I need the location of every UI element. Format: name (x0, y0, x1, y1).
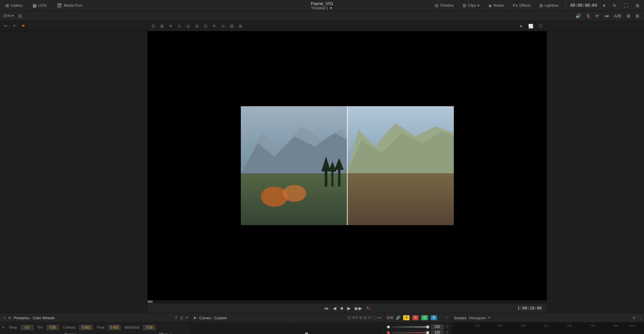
timeline-title[interactable]: Timeline 1 ▼ (311, 6, 333, 10)
gallery-nav[interactable]: ⊞ Gallery (3, 2, 24, 9)
eyedropper-icon[interactable]: ⊕ (8, 316, 11, 320)
r-reset[interactable]: ↺ (445, 330, 448, 334)
luts-nav[interactable]: ▦ LUTs (31, 2, 49, 9)
viewer-tool-2[interactable]: ⊞ (159, 23, 165, 29)
curves-expand-icon[interactable]: ⊡ (347, 316, 351, 320)
media-pool-label: Media Pool (64, 3, 82, 7)
timecode-dropdown[interactable]: ▾ (602, 2, 607, 9)
scopes-icon-2[interactable]: ⛶ (638, 316, 641, 320)
offset-reset[interactable]: ↺ (169, 333, 171, 334)
y-button[interactable]: Y (403, 315, 410, 320)
lightbox-icon: ⊞ (539, 3, 543, 8)
color-wheels: + Lift ↺ (2, 331, 189, 334)
r-slider[interactable] (392, 332, 429, 333)
curves-more[interactable]: ••• (377, 316, 381, 320)
edit-reset[interactable]: ↺ (445, 316, 448, 320)
flag-tool[interactable]: ⚑ (20, 23, 26, 29)
edit-section-title: Edit (387, 316, 393, 320)
pivot-input[interactable] (108, 325, 120, 330)
contrast-input[interactable] (79, 325, 93, 330)
clips-nav[interactable]: ⊞ Clips ▾ (461, 2, 482, 9)
mid-detail-input[interactable] (143, 325, 155, 330)
viewer-tool-6[interactable]: ⊟ (194, 23, 200, 29)
add-icon[interactable]: + (2, 325, 5, 330)
effects-nav[interactable]: Fx Effects (511, 2, 533, 9)
loop-btn[interactable]: ↻ (366, 306, 370, 311)
audio-track-icon[interactable]: ⇅ (585, 13, 591, 19)
histogram-type[interactable]: Histogram (469, 316, 486, 320)
separator (31, 23, 31, 29)
g-button[interactable]: G (421, 315, 428, 320)
r-value-input[interactable] (431, 330, 443, 334)
curves-play-icon[interactable]: ▶ (194, 316, 197, 320)
viewer-tool-4[interactable]: ⊙ (176, 23, 182, 29)
clock-icon[interactable]: ⏱ (174, 316, 178, 320)
lift-plus[interactable]: + (20, 333, 22, 334)
y-value-input[interactable] (431, 325, 443, 329)
gain-plus[interactable]: + (111, 333, 114, 334)
curves-canvas[interactable] (191, 323, 384, 334)
tint-input[interactable] (47, 325, 59, 330)
layout-icon[interactable]: ⊞ (634, 2, 641, 9)
curves-header-icons: ⊡ ↺↺ ⊟ ⊟ ↺ ⛶ ••• (347, 316, 381, 320)
speaker-icon[interactable]: 🔊 (574, 13, 582, 19)
viewer-tool-3[interactable]: ✛ (168, 23, 174, 29)
edit-link-icon[interactable]: 🔗 (396, 316, 400, 320)
viewer-tool-10[interactable]: ⊞ (229, 23, 235, 29)
lightbox-nav[interactable]: ⊞ Lightbox (537, 2, 561, 9)
next-frame[interactable]: ▶▶ (355, 306, 362, 311)
viewer-tool-5[interactable]: ◎ (185, 23, 191, 29)
nodes-nav[interactable]: ◈ Nodes (486, 2, 506, 9)
prev-frame[interactable]: ◀ (333, 306, 336, 311)
viewer-tool-8[interactable]: ⟳ (211, 23, 217, 29)
undo-tool[interactable]: ↶ (11, 23, 17, 29)
fullscreen-icon[interactable]: ⛶ (623, 2, 630, 9)
y-slider[interactable] (392, 326, 429, 328)
loop-icon[interactable]: ⟳ (594, 13, 600, 19)
play[interactable]: ▶ (347, 306, 351, 311)
ab-icon[interactable]: A/B (613, 13, 623, 19)
curves-panel: ▶ Curves - Custom ⊡ ↺↺ ⊟ ⊟ ↺ ⛶ ••• (191, 313, 384, 334)
top-timecode: 00:00:00:04 (571, 3, 597, 8)
curves-reset[interactable]: ↺ (368, 316, 371, 320)
timeline-nav[interactable]: ⊟ Timeline (433, 2, 456, 9)
viewer-tool-11[interactable]: ⊞ (237, 23, 244, 29)
view-options[interactable]: ⊞ (625, 13, 632, 19)
reset-icon[interactable]: ↺ (185, 316, 188, 320)
scopes-icon-1[interactable]: ⊟ (633, 316, 636, 320)
svg-rect-12 (338, 168, 340, 187)
curves-fullscreen[interactable]: ⛶ (372, 316, 376, 320)
curves-copy[interactable]: ⊟ (359, 316, 362, 320)
effects-label: Effects (520, 3, 531, 7)
pencil-tool[interactable]: ✏ (3, 23, 9, 29)
view-more[interactable]: ⊞ (634, 13, 641, 19)
viewer-star[interactable]: ★ (518, 23, 524, 29)
bars-icon[interactable]: ||| (180, 316, 183, 320)
temp-input[interactable] (21, 325, 33, 330)
curves-reset-all[interactable]: ↺↺ (352, 316, 358, 320)
y-reset[interactable]: ↺ (445, 325, 448, 329)
viewer-info[interactable]: ⓘ (537, 22, 544, 29)
edit-header: Edit 🔗 Y R G B ↺ (384, 313, 451, 323)
viewer-graph[interactable]: 📈 (527, 23, 535, 29)
viewer-tool-1[interactable]: ⊡ (150, 23, 156, 29)
gamma-reset[interactable]: ↺ (78, 333, 80, 334)
curves-paste[interactable]: ⊟ (364, 316, 367, 320)
svg-text:512: 512 (544, 324, 549, 327)
prev-frame-icon[interactable]: ⏮ (603, 13, 610, 19)
r-button[interactable]: R (412, 315, 419, 320)
histogram-dropdown[interactable]: ▾ (488, 316, 490, 320)
zoom-level[interactable]: 21% ▾ (3, 14, 14, 18)
landscape-svg (241, 106, 454, 225)
histogram-svg: 0 128 256 384 512 640 768 896 1023 (451, 323, 644, 334)
fit-icon[interactable]: ⊡ (17, 13, 23, 19)
b-button[interactable]: B (431, 315, 437, 320)
viewer-tool-9[interactable]: ⊙ (220, 23, 226, 29)
go-to-start[interactable]: ⏮ (324, 306, 329, 311)
scrubber-bar[interactable] (148, 300, 547, 303)
sync-icon[interactable]: ↻ (611, 2, 618, 9)
media-pool-nav[interactable]: 🎬 Media Pool (55, 2, 84, 9)
stop[interactable]: ■ (340, 306, 343, 311)
primaries-back-icon[interactable]: ◁ (3, 316, 5, 320)
viewer-tool-7[interactable]: ⊡ (203, 23, 209, 29)
